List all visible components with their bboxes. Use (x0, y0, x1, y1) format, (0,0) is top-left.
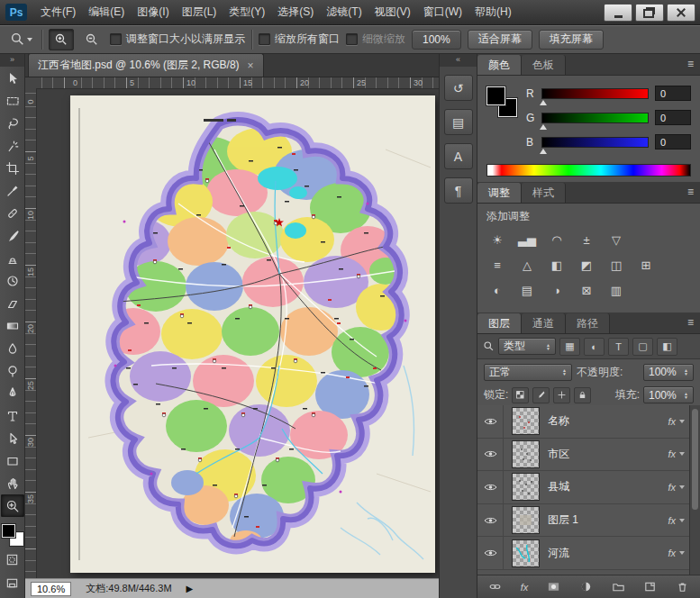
tab-close-icon[interactable]: × (248, 59, 254, 72)
gradient-map-icon[interactable]: ▥ (605, 281, 627, 300)
layer-row[interactable]: 县城 fx (477, 471, 700, 504)
move-tool[interactable] (1, 67, 24, 89)
crop-tool[interactable] (1, 157, 24, 179)
brush-tool[interactable] (1, 224, 24, 247)
delete-layer-icon[interactable] (676, 580, 689, 593)
pen-tool[interactable] (1, 382, 24, 404)
selective-color-icon[interactable]: ⊠ (576, 281, 597, 300)
layer-row[interactable]: 名称 fx (477, 405, 700, 439)
visibility-toggle[interactable] (477, 504, 504, 537)
threshold-icon[interactable]: ◑ (546, 281, 568, 300)
photo-filter-icon[interactable]: ◩ (576, 256, 597, 275)
visibility-toggle[interactable] (477, 405, 504, 438)
dodge-tool[interactable] (1, 359, 24, 382)
healing-brush-tool[interactable] (1, 202, 24, 224)
jiangxi-map-image[interactable] (70, 95, 435, 573)
gradient-tool[interactable] (1, 314, 24, 337)
channel-mixer-icon[interactable]: ◫ (605, 256, 627, 275)
color-lookup-icon[interactable]: ⊞ (635, 256, 657, 275)
document-tab[interactable]: 江西省地图.psd @ 10.6% (图层 2, RGB/8) × (28, 53, 264, 77)
green-slider[interactable] (541, 113, 649, 123)
rectangle-tool[interactable] (1, 449, 24, 472)
lock-all-icon[interactable] (574, 387, 591, 403)
zoom-all-checkbox[interactable] (259, 33, 270, 45)
new-layer-icon[interactable] (643, 580, 657, 593)
close-button[interactable] (667, 4, 695, 22)
layer-name[interactable]: 市区 (548, 447, 569, 462)
history-brush-tool[interactable] (1, 269, 24, 292)
filter-type-dropdown[interactable]: 类型 ▲▼ (498, 338, 556, 355)
visibility-toggle[interactable] (477, 471, 504, 503)
tab-adjustments[interactable]: 调整 (477, 183, 522, 203)
add-layer-style-icon[interactable]: fx (521, 582, 529, 593)
layer-thumbnail[interactable] (512, 407, 540, 435)
layer-name[interactable]: 河流 (548, 546, 569, 561)
toolbar-collapse-icon[interactable]: » (0, 54, 24, 67)
scrollbar-thumb[interactable] (692, 409, 698, 510)
menu-image[interactable]: 图像(I) (131, 0, 175, 24)
curves-icon[interactable]: ◠ (546, 231, 568, 249)
zoom-out-button[interactable] (80, 30, 104, 50)
layer-row[interactable]: 图层 1 fx (477, 504, 700, 538)
red-value-field[interactable]: 0 (655, 86, 691, 101)
character-panel-icon[interactable]: A (444, 143, 473, 169)
screen-mode-button[interactable] (5, 576, 19, 593)
ps-logo[interactable]: Ps (5, 4, 27, 21)
visibility-toggle[interactable] (477, 439, 504, 471)
filter-pixel-layers-icon[interactable]: ▦ (559, 338, 580, 356)
tab-paths[interactable]: 路径 (566, 313, 610, 333)
marquee-tool[interactable] (1, 89, 24, 112)
zoom-all-label[interactable]: 缩放所有窗口 (275, 32, 340, 47)
resize-windows-label[interactable]: 调整窗口大小以满屏显示 (126, 32, 245, 47)
add-layer-mask-icon[interactable] (547, 580, 560, 593)
tab-channels[interactable]: 通道 (522, 313, 566, 333)
tab-styles[interactable]: 样式 (522, 183, 566, 203)
slider-thumb[interactable] (540, 124, 547, 130)
properties-panel-icon[interactable]: ▤ (444, 109, 473, 135)
layer-row[interactable]: 市区 fx (477, 439, 700, 472)
brightness-contrast-icon[interactable]: ☀ (486, 231, 508, 249)
zoom-tool[interactable] (1, 494, 24, 517)
opacity-dropdown[interactable]: 100% ▲▼ (643, 364, 694, 381)
fill-screen-button[interactable]: 填充屏幕 (539, 30, 604, 50)
tab-layers[interactable]: 图层 (477, 313, 522, 333)
foreground-background-swatches[interactable] (2, 524, 23, 546)
resize-windows-checkbox[interactable] (110, 33, 122, 45)
vibrance-icon[interactable]: ▽ (605, 231, 627, 249)
hue-saturation-icon[interactable]: ≡ (486, 256, 508, 275)
type-tool[interactable] (1, 404, 24, 427)
hand-tool[interactable] (1, 472, 24, 494)
filter-adjustment-layers-icon[interactable]: ◐ (584, 338, 605, 356)
menu-view[interactable]: 视图(V) (368, 0, 417, 24)
posterize-icon[interactable]: ▤ (516, 281, 538, 300)
zoom-level-field[interactable]: 10.6% (31, 582, 71, 596)
menu-file[interactable]: 文件(F) (34, 0, 82, 24)
tab-color[interactable]: 颜色 (477, 55, 522, 75)
menu-help[interactable]: 帮助(H) (468, 0, 518, 24)
foreground-color-swatch[interactable] (486, 86, 505, 105)
new-adjustment-layer-icon[interactable] (579, 580, 593, 593)
red-slider[interactable] (541, 88, 649, 99)
filter-smart-objects-icon[interactable]: ◧ (657, 338, 677, 356)
document-page[interactable] (70, 95, 435, 573)
status-menu-arrow-icon[interactable]: ▶ (186, 584, 194, 593)
new-group-icon[interactable] (612, 580, 625, 593)
quick-mask-button[interactable] (5, 553, 19, 569)
fill-dropdown[interactable]: 100% ▲▼ (643, 386, 694, 403)
color-swatch-pair[interactable] (486, 86, 517, 117)
green-value-field[interactable]: 0 (655, 110, 691, 125)
black-white-icon[interactable]: ◧ (546, 256, 568, 275)
blur-tool[interactable] (1, 337, 24, 359)
foreground-color-swatch[interactable] (2, 524, 15, 538)
lock-position-icon[interactable] (553, 387, 570, 403)
lasso-tool[interactable] (1, 112, 24, 134)
layer-thumbnail[interactable] (512, 539, 540, 567)
exposure-icon[interactable]: ± (576, 231, 597, 249)
blend-mode-dropdown[interactable]: 正常 ▲▼ (484, 364, 572, 381)
panel-menu-icon[interactable]: ≡ (687, 58, 694, 70)
path-selection-tool[interactable] (1, 427, 24, 449)
zoom-in-button[interactable] (49, 29, 74, 50)
restore-button[interactable] (635, 4, 664, 22)
blue-slider[interactable] (541, 137, 649, 148)
menu-select[interactable]: 选择(S) (271, 0, 320, 24)
